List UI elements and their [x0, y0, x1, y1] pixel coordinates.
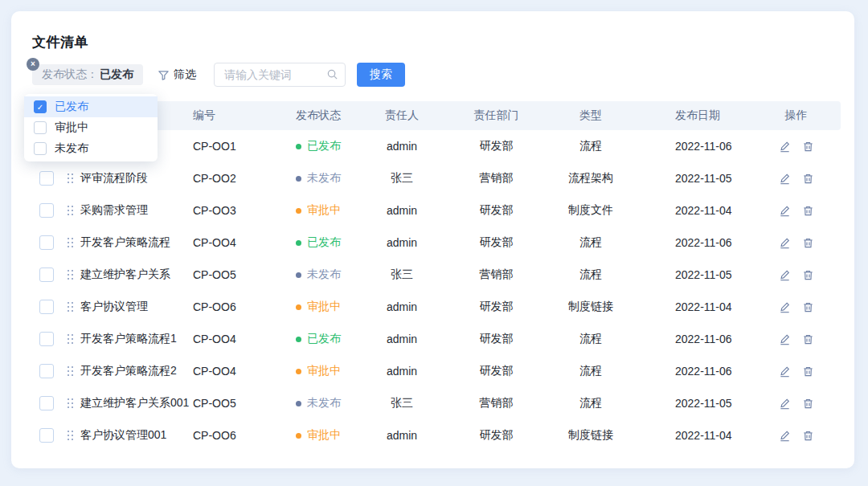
page-title: 文件清单 — [32, 33, 88, 51]
edit-icon[interactable] — [779, 173, 791, 185]
table-row: 评审流程阶段CP-OO2未发布张三营销部流程架构2022-11-05 — [32, 162, 841, 194]
row-code: CP-OO3 — [193, 204, 273, 217]
delete-icon[interactable] — [802, 205, 814, 217]
checkbox-checked[interactable]: ✓ — [34, 100, 47, 113]
drag-handle-icon[interactable] — [68, 398, 74, 409]
checkbox-unchecked[interactable] — [34, 142, 47, 155]
row-owner: admin — [358, 204, 446, 217]
delete-icon[interactable] — [802, 301, 814, 313]
row-date: 2022-11-06 — [635, 236, 751, 249]
drag-handle-icon[interactable] — [68, 366, 74, 377]
row-checkbox[interactable] — [39, 300, 54, 314]
edit-icon[interactable] — [779, 398, 791, 410]
header-code: 编号 — [193, 108, 273, 123]
status-label: 未发布 — [307, 171, 341, 186]
row-status: 审批中 — [273, 300, 358, 314]
search-box — [214, 63, 346, 87]
row-select-cell — [32, 171, 61, 186]
row-ops-cell — [751, 301, 841, 313]
row-name: 开发客户策略流程 — [80, 235, 193, 250]
row-select-cell — [32, 396, 61, 410]
row-select-cell — [32, 203, 61, 218]
row-checkbox[interactable] — [39, 268, 54, 282]
row-handle-cell — [61, 431, 80, 441]
row-ops-cell — [751, 366, 841, 378]
delete-icon[interactable] — [802, 430, 814, 442]
close-icon[interactable]: × — [27, 58, 39, 71]
row-checkbox[interactable] — [39, 235, 54, 250]
drag-handle-icon[interactable] — [68, 302, 74, 312]
delete-icon[interactable] — [802, 237, 814, 249]
edit-icon[interactable] — [779, 205, 791, 217]
drag-handle-icon[interactable] — [68, 270, 74, 280]
row-owner: 张三 — [358, 171, 446, 186]
search-button[interactable]: 搜索 — [357, 63, 405, 87]
row-code: CP-OO1 — [193, 140, 273, 153]
row-name: 建立维护客户关系001 — [80, 396, 193, 410]
drag-handle-icon[interactable] — [68, 334, 74, 345]
status-label: 审批中 — [307, 300, 341, 314]
edit-icon[interactable] — [779, 301, 791, 313]
row-checkbox[interactable] — [39, 332, 54, 346]
row-date: 2022-11-04 — [635, 300, 751, 313]
row-dept: 营销部 — [446, 171, 547, 186]
edit-icon[interactable] — [779, 430, 791, 442]
dropdown-option[interactable]: ✓已发布 — [24, 96, 158, 117]
edit-icon[interactable] — [779, 366, 791, 378]
delete-icon[interactable] — [802, 398, 814, 410]
row-handle-cell — [61, 302, 80, 312]
header-owner: 责任人 — [358, 108, 446, 123]
delete-icon[interactable] — [802, 141, 814, 153]
row-code: CP-OO5 — [193, 268, 273, 281]
delete-icon[interactable] — [802, 269, 814, 281]
dropdown-option-label: 审批中 — [55, 120, 88, 135]
checkbox-unchecked[interactable] — [34, 121, 47, 134]
row-checkbox[interactable] — [39, 203, 54, 218]
status-dot-icon — [296, 337, 301, 342]
status-label: 审批中 — [307, 203, 341, 218]
edit-icon[interactable] — [779, 237, 791, 249]
status-label: 审批中 — [307, 364, 341, 378]
row-checkbox[interactable] — [39, 396, 54, 410]
row-ops-cell — [751, 237, 841, 249]
row-handle-cell — [61, 398, 80, 409]
delete-icon[interactable] — [802, 366, 814, 378]
status-filter-tag[interactable]: × 发布状态： 已发布 — [32, 64, 143, 85]
header-date: 发布日期 — [635, 108, 751, 123]
row-select-cell — [32, 300, 61, 314]
status-dot-icon — [296, 433, 301, 439]
row-status: 审批中 — [273, 428, 358, 443]
row-status: 审批中 — [273, 364, 358, 378]
row-checkbox[interactable] — [39, 364, 54, 378]
row-owner: admin — [358, 365, 446, 378]
dropdown-option[interactable]: 未发布 — [24, 138, 158, 159]
row-code: CP-OO5 — [193, 397, 273, 410]
drag-handle-icon[interactable] — [68, 174, 74, 184]
row-ops-cell — [751, 398, 841, 410]
row-checkbox[interactable] — [39, 428, 54, 443]
search-input[interactable] — [223, 63, 322, 86]
row-owner: admin — [358, 429, 446, 442]
row-owner: admin — [358, 236, 446, 249]
drag-handle-icon[interactable] — [68, 238, 74, 248]
drag-handle-icon[interactable] — [68, 206, 74, 216]
row-handle-cell — [61, 174, 80, 184]
filter-button[interactable]: 筛选 — [158, 67, 196, 82]
row-handle-cell — [61, 270, 80, 280]
row-code: CP-OO4 — [193, 236, 273, 249]
header-status: 发布状态 — [273, 108, 358, 123]
status-label: 未发布 — [307, 268, 341, 282]
edit-icon[interactable] — [779, 333, 791, 345]
row-type: 制度链接 — [547, 428, 635, 443]
delete-icon[interactable] — [802, 173, 814, 185]
delete-icon[interactable] — [802, 333, 814, 345]
status-label: 已发布 — [307, 235, 341, 250]
edit-icon[interactable] — [779, 269, 791, 281]
edit-icon[interactable] — [779, 141, 791, 153]
drag-handle-icon[interactable] — [68, 431, 74, 441]
row-name: 客户协议管理 — [80, 300, 193, 314]
table-row: 客户协议管理001CP-OO6审批中admin研发部制度链接2022-11-04 — [32, 419, 841, 451]
row-checkbox[interactable] — [39, 171, 54, 186]
dropdown-option[interactable]: 审批中 — [24, 117, 158, 138]
table-row: 开发客户策略流程CP-OO4已发布admin研发部流程2022-11-06 — [32, 227, 841, 259]
